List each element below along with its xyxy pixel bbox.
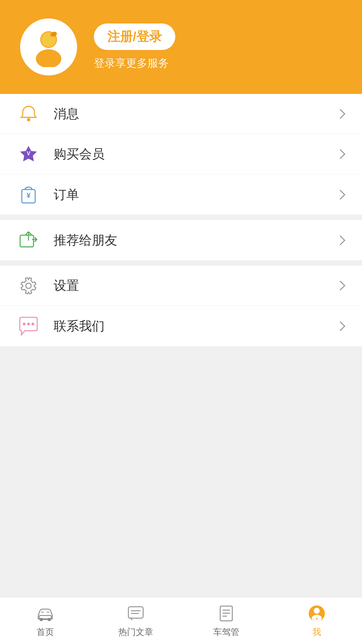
chevron-right-icon (335, 281, 345, 291)
nav-item-home[interactable]: 首页 (0, 603, 90, 638)
message-square-icon (126, 603, 146, 624)
nav-item-profile[interactable]: 速 我 (272, 603, 362, 638)
menu-item-settings[interactable]: 设置 (0, 266, 362, 306)
header-info: 注册/登录 登录享更多服务 (94, 23, 175, 71)
svg-point-15 (40, 618, 43, 621)
avatar-person-icon (28, 27, 69, 67)
chevron-right-icon (335, 109, 345, 119)
register-login-button[interactable]: 注册/登录 (94, 23, 175, 50)
login-subtitle: 登录享更多服务 (94, 56, 175, 71)
menu-item-vip[interactable]: V 购买会员 (0, 134, 362, 174)
contact-label: 联系我们 (54, 318, 335, 335)
menu-group-3: 设置 联系我们 (0, 266, 362, 346)
menu-group-1: 消息 V 购买会员 ¥ 订单 (0, 94, 362, 215)
svg-point-11 (23, 323, 25, 325)
avatar (20, 18, 77, 75)
nav-item-articles[interactable]: 热门文章 (90, 603, 181, 638)
share-icon (17, 228, 40, 252)
svg-text:V: V (27, 151, 31, 156)
svg-point-10 (26, 283, 31, 288)
chevron-right-icon (335, 149, 345, 159)
vip-icon: V (17, 143, 40, 166)
chevron-right-icon (335, 321, 345, 331)
orders-label: 订单 (54, 186, 335, 203)
svg-point-12 (27, 323, 30, 325)
settings-label: 设置 (54, 277, 335, 294)
menu-item-recommend[interactable]: 推荐给朋友 (0, 220, 362, 260)
profile-nav-label: 我 (312, 626, 321, 638)
gear-icon (17, 274, 40, 298)
driving-nav-label: 车驾管 (213, 626, 239, 638)
svg-rect-9 (20, 235, 34, 247)
home-nav-label: 首页 (37, 626, 54, 638)
profile-icon: 速 (307, 603, 327, 624)
nav-item-driving[interactable]: 车驾管 (181, 603, 272, 638)
document-icon (216, 603, 236, 624)
car-icon (35, 603, 55, 624)
svg-point-25 (314, 608, 320, 614)
bottom-navigation: 首页 热门文章 车驾管 (0, 597, 362, 644)
menu-item-messages[interactable]: 消息 (0, 94, 362, 134)
svg-point-16 (48, 618, 51, 621)
chat-icon (17, 314, 40, 338)
svg-point-1 (36, 49, 61, 67)
recommend-label: 推荐给朋友 (54, 232, 335, 249)
chevron-right-icon (335, 190, 345, 200)
articles-nav-label: 热门文章 (118, 626, 153, 638)
svg-point-4 (27, 118, 30, 121)
svg-point-13 (32, 323, 34, 325)
bell-icon (17, 102, 40, 126)
svg-rect-17 (128, 607, 143, 618)
messages-label: 消息 (54, 105, 335, 122)
svg-text:速: 速 (316, 618, 318, 620)
menu-item-contact[interactable]: 联系我们 (0, 306, 362, 346)
chevron-right-icon (335, 235, 345, 245)
vip-label: 购买会员 (54, 146, 335, 163)
header: 注册/登录 登录享更多服务 (0, 0, 362, 94)
menu-item-orders[interactable]: ¥ 订单 (0, 174, 362, 215)
order-icon: ¥ (17, 183, 40, 206)
svg-text:¥: ¥ (26, 191, 31, 200)
menu-group-2: 推荐给朋友 (0, 220, 362, 260)
